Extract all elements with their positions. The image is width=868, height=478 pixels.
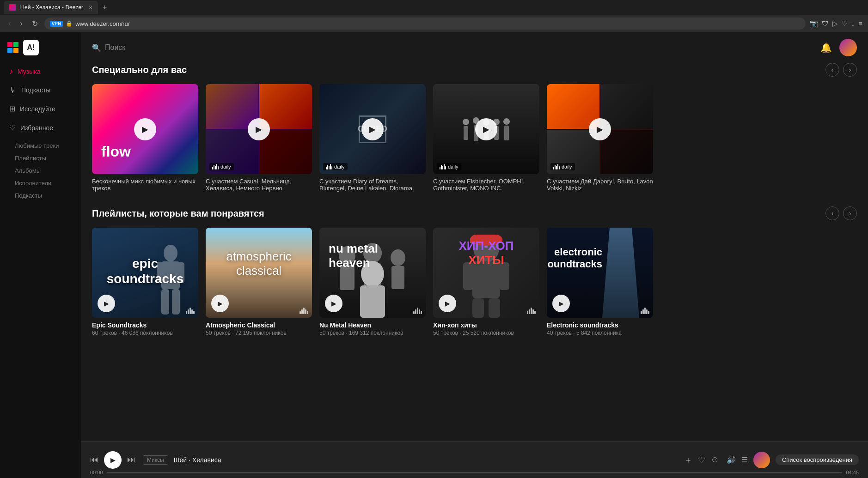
daily2-badge-text: daily xyxy=(334,164,345,169)
playlist-card-atmospheric[interactable]: atmospheric classical ▶ xyxy=(206,228,312,336)
electronic-play-button[interactable]: ▶ xyxy=(552,295,570,312)
hiphop-badge-bars xyxy=(527,308,536,314)
logo-dot-orange xyxy=(13,48,18,53)
bar5 xyxy=(648,311,649,314)
progress-bar[interactable] xyxy=(107,472,843,473)
deezer-logo-grid xyxy=(7,42,18,53)
svg-rect-2 xyxy=(157,262,164,283)
heart-icon: ♡ xyxy=(9,123,16,132)
shield-icon[interactable]: 🛡 xyxy=(822,19,829,28)
hiphop-deezer-badge xyxy=(527,308,536,314)
queue-icon[interactable]: ☰ xyxy=(741,455,748,464)
address-bar[interactable]: VPN 🔒 www.deezer.com/ru/ xyxy=(44,18,806,30)
flow-play-button[interactable]: ▶ xyxy=(134,118,156,140)
playlist-card-electronic[interactable]: electronic soundtracks ▶ xyxy=(547,228,653,336)
new-tab-button[interactable]: + xyxy=(100,3,110,12)
sidebar-sub-artists[interactable]: Исполнители xyxy=(0,177,81,189)
bar5 xyxy=(218,166,219,169)
forward-button[interactable]: › xyxy=(17,18,25,29)
url-text: www.deezer.com/ru/ xyxy=(75,20,129,27)
browser-chrome: Шей - Хелависа - Deezer ✕ + ‹ › ↻ VPN 🔒 … xyxy=(0,0,868,32)
like-track-icon[interactable]: ♡ xyxy=(698,455,705,465)
daily2-badge-bars xyxy=(326,164,332,169)
sidebar-item-podcasts[interactable]: 🎙 Подкасты xyxy=(2,81,79,99)
electronic-deezer-badge xyxy=(641,308,649,314)
back-button[interactable]: ‹ xyxy=(6,18,13,29)
bar4 xyxy=(557,164,558,169)
daily-card-1[interactable]: ▶ daily xyxy=(206,84,312,192)
electronic-text-line1: electronic xyxy=(554,246,602,258)
sidebar-item-explore[interactable]: ⊞ Исследуйте xyxy=(2,100,79,118)
sidebar-item-music[interactable]: ♪ Музыка xyxy=(2,63,79,80)
tab-close-button[interactable]: ✕ xyxy=(89,5,92,10)
person-5 xyxy=(503,118,510,140)
section-for-you: Специально для вас ‹ › flow ▶ Бес xyxy=(92,63,857,192)
section-for-you-prev[interactable]: ‹ xyxy=(825,63,839,77)
atmospheric-badge-bars xyxy=(300,308,308,314)
numetal-text-line2: heaven xyxy=(329,256,370,270)
menu-icon[interactable]: ≡ xyxy=(858,19,862,28)
bar4 xyxy=(419,309,420,314)
daily-card-4[interactable]: ▶ daily xyxy=(547,84,653,192)
search-input[interactable]: Поиск xyxy=(105,43,125,52)
playlist-card-hiphop[interactable]: ХИП-ХОП ХИТЫ ▶ xyxy=(433,228,539,336)
hiphop-title: Хип-хоп хиты xyxy=(433,321,539,329)
head-5 xyxy=(503,118,510,125)
bar2 xyxy=(555,165,556,169)
player-actions: ＋ ♡ ☺ xyxy=(684,454,719,466)
hiphop-play-button[interactable]: ▶ xyxy=(439,295,456,312)
volume-icon[interactable]: 🔊 xyxy=(727,455,736,464)
section-for-you-next[interactable]: › xyxy=(843,63,857,77)
daily4-badge-text: daily xyxy=(562,164,572,169)
notification-bell-icon[interactable]: 🔔 xyxy=(820,42,832,53)
daily3-play-button[interactable]: ▶ xyxy=(475,118,497,140)
section-playlists-next[interactable]: › xyxy=(843,206,857,220)
svg-rect-3 xyxy=(177,262,184,283)
daily2-badge: daily xyxy=(323,163,348,170)
sidebar-sub-albums[interactable]: Альбомы xyxy=(0,164,81,177)
browser-actions: 📷 🛡 ▷ ♡ ↓ ≡ xyxy=(809,19,862,28)
daily2-play-button[interactable]: ▶ xyxy=(361,118,384,140)
reload-button[interactable]: ↻ xyxy=(29,18,41,29)
flow-card[interactable]: flow ▶ Бесконечный микс любимых и новых … xyxy=(92,84,198,192)
bar3 xyxy=(417,308,418,314)
atmospheric-play-button[interactable]: ▶ xyxy=(211,295,229,312)
play-pause-button[interactable]: ▶ xyxy=(104,451,122,469)
tab-favicon xyxy=(9,4,16,11)
electronic-title: Electronic soundtracks xyxy=(547,321,653,329)
next-track-button[interactable]: ⏭ xyxy=(127,455,135,465)
sidebar-item-explore-label: Исследуйте xyxy=(20,105,55,113)
numetal-play-button[interactable]: ▶ xyxy=(325,295,342,312)
cast-icon[interactable]: ▷ xyxy=(832,19,838,28)
queue-playlist-button[interactable]: Список воспроизведения xyxy=(776,454,859,465)
body-1 xyxy=(464,126,468,140)
playlist-card-epic[interactable]: epic soundtracks xyxy=(92,228,198,336)
daily1-play-button[interactable]: ▶ xyxy=(248,118,270,140)
sidebar-sub-fav-tracks[interactable]: Любимые треки xyxy=(0,139,81,152)
emoji-icon[interactable]: ☺ xyxy=(711,455,719,465)
bar3 xyxy=(329,166,330,169)
profile-avatar[interactable] xyxy=(839,39,857,56)
search-wrapper[interactable]: 🔍 Поиск xyxy=(92,43,125,52)
screenshot-icon[interactable]: 📷 xyxy=(809,19,818,28)
epic-card-image: epic soundtracks xyxy=(92,228,198,318)
active-tab[interactable]: Шей - Хелависа - Deezer ✕ xyxy=(4,1,98,14)
prev-track-button[interactable]: ⏮ xyxy=(90,455,98,465)
bar3 xyxy=(531,308,532,314)
numetal-badge-bars xyxy=(413,308,422,314)
sidebar-sub-playlists[interactable]: Плейлисты xyxy=(0,152,81,164)
heart-browser-icon[interactable]: ♡ xyxy=(842,19,848,28)
epic-play-button[interactable]: ▶ xyxy=(98,295,115,312)
add-to-playlist-icon[interactable]: ＋ xyxy=(684,454,692,466)
daily4-play-button[interactable]: ▶ xyxy=(589,118,611,140)
download-icon[interactable]: ↓ xyxy=(851,19,855,28)
section-playlists-prev[interactable]: ‹ xyxy=(825,206,839,220)
daily-card-3[interactable]: ▶ daily xyxy=(433,84,539,192)
electronic-person-shape xyxy=(602,228,639,318)
daily-card-2[interactable]: CUBED ▶ xyxy=(319,84,426,192)
numetal-card-image: nu metal heaven ▶ xyxy=(319,228,426,318)
search-icon: 🔍 xyxy=(92,43,101,52)
sidebar-sub-podcasts[interactable]: Подкасты xyxy=(0,189,81,202)
playlist-card-numetal[interactable]: nu metal heaven ▶ xyxy=(319,228,426,336)
sidebar-item-favorites[interactable]: ♡ Избранное xyxy=(2,119,79,137)
